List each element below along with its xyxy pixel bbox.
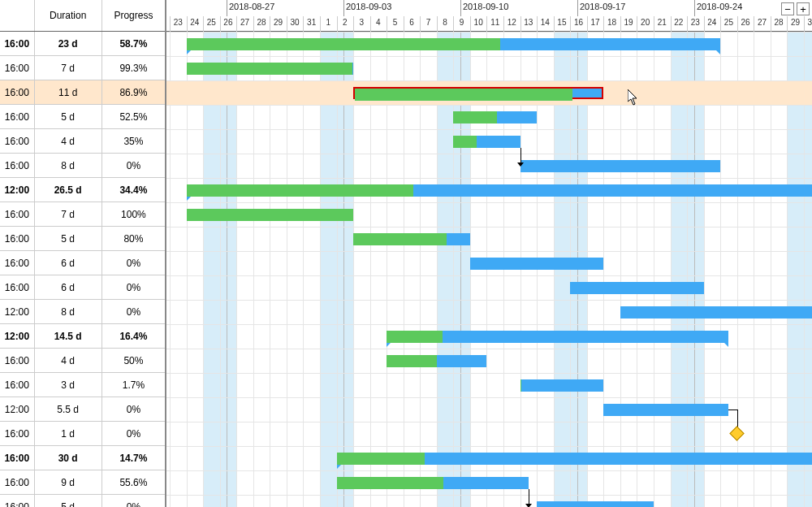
timescale-day-label: 28 <box>253 18 270 27</box>
cell-time: 12:00 <box>0 324 35 348</box>
col-header-progress[interactable]: Progress <box>102 0 165 31</box>
zoom-out-button[interactable]: − <box>781 2 794 15</box>
gantt-task-bar[interactable] <box>537 501 654 507</box>
table-row[interactable]: 16:009 d55.6% <box>0 470 165 495</box>
timescale-day-label: 30 <box>804 18 812 27</box>
col-header-time[interactable] <box>0 0 35 31</box>
gantt-task-bar[interactable] <box>353 233 470 245</box>
gantt-progress <box>187 209 354 221</box>
table-row[interactable]: 16:0011 d86.9% <box>0 80 165 105</box>
timescale-day-label: 7 <box>421 18 437 27</box>
timeline-header[interactable]: 2018-08-272018-09-032018-09-102018-09-17… <box>166 0 812 32</box>
timescale-day-label: 13 <box>520 18 537 27</box>
table-row[interactable]: 12:0014.5 d16.4% <box>0 324 165 349</box>
cell-duration: 8 d <box>35 154 102 177</box>
grid-panel[interactable]: Duration Progress 16:0023 d58.7%16:007 d… <box>0 0 166 507</box>
col-header-duration[interactable]: Duration <box>35 0 102 31</box>
gantt-milestone[interactable] <box>729 426 744 440</box>
cell-progress: 80% <box>102 227 165 250</box>
timescale-day-label: 22 <box>671 18 687 27</box>
gantt-task-bar[interactable] <box>570 282 703 294</box>
timescale-day-label: 19 <box>620 18 637 27</box>
grid-header: Duration Progress <box>0 0 165 32</box>
gantt-task-bar[interactable] <box>603 404 728 416</box>
cell-progress: 16.4% <box>102 324 165 348</box>
gantt-summary-bar[interactable] <box>187 184 812 197</box>
timescale-day-label: 29 <box>270 18 287 27</box>
timescale-day-label: 3 <box>353 18 369 27</box>
cell-progress: 34.4% <box>102 178 165 202</box>
table-row[interactable]: 16:006 d0% <box>0 275 165 300</box>
gantt-task-bar[interactable] <box>470 258 603 270</box>
table-row[interactable]: 16:007 d99.3% <box>0 56 165 80</box>
cell-time: 16:00 <box>0 227 35 250</box>
gantt-panel[interactable]: 2018-08-272018-09-032018-09-102018-09-17… <box>166 0 812 507</box>
gantt-summary-bar[interactable] <box>337 453 813 465</box>
timescale-day-label: 24 <box>704 18 720 27</box>
cell-time: 16:00 <box>0 373 35 396</box>
table-row[interactable]: 16:0023 d58.7% <box>0 32 165 56</box>
cell-progress: 86.9% <box>102 80 165 104</box>
cell-duration: 7 d <box>35 56 102 80</box>
gantt-task-bar[interactable] <box>187 209 354 221</box>
table-row[interactable]: 16:006 d0% <box>0 251 165 275</box>
cell-time: 12:00 <box>0 178 35 202</box>
table-row[interactable]: 16:005 d80% <box>0 227 165 251</box>
table-row[interactable]: 16:007 d100% <box>0 202 165 227</box>
gantt-task-bar[interactable] <box>453 136 520 148</box>
table-row[interactable]: 16:003 d1.7% <box>0 373 165 397</box>
gantt-progress <box>337 453 425 465</box>
gantt-task-bar[interactable] <box>620 306 812 318</box>
timescale-day-label: 25 <box>203 18 219 27</box>
timescale-day-label: 11 <box>487 18 503 27</box>
cell-progress: 35% <box>102 129 165 153</box>
cell-progress: 0% <box>102 275 165 299</box>
cell-time: 16:00 <box>0 422 35 445</box>
table-row[interactable]: 12:005.5 d0% <box>0 397 165 422</box>
timescale-day-label: 4 <box>370 18 387 27</box>
timescale-week-label: 2018-09-03 <box>346 2 391 11</box>
gantt-chart[interactable] <box>166 32 812 507</box>
zoom-in-button[interactable]: + <box>797 2 810 15</box>
table-row[interactable]: 16:005 d0% <box>0 495 165 507</box>
table-row[interactable]: 16:0030 d14.7% <box>0 446 165 470</box>
timescale-day-label: 8 <box>437 18 453 27</box>
gantt-task-bar[interactable] <box>337 477 529 489</box>
cell-duration: 8 d <box>35 300 102 323</box>
gantt-progress <box>187 38 500 50</box>
table-row[interactable]: 16:001 d0% <box>0 422 165 446</box>
cell-progress: 58.7% <box>102 32 165 55</box>
cell-progress: 52.5% <box>102 105 165 128</box>
gantt-task-bar[interactable] <box>520 160 721 172</box>
table-row[interactable]: 12:0026.5 d34.4% <box>0 178 165 202</box>
gantt-task-bar[interactable] <box>353 87 603 99</box>
cell-duration: 5 d <box>35 105 102 128</box>
gantt-progress <box>387 355 437 367</box>
timescale-day-label: 17 <box>587 18 603 27</box>
cell-progress: 0% <box>102 154 165 177</box>
table-row[interactable]: 16:008 d0% <box>0 154 165 178</box>
gantt-task-bar[interactable] <box>453 111 537 124</box>
cell-duration: 3 d <box>35 373 102 396</box>
cell-time: 16:00 <box>0 105 35 128</box>
timescale-day-label: 31 <box>304 18 320 27</box>
gantt-summary-bar[interactable] <box>387 331 728 343</box>
table-row[interactable]: 16:005 d52.5% <box>0 105 165 129</box>
cell-time: 16:00 <box>0 349 35 372</box>
table-row[interactable]: 16:004 d50% <box>0 349 165 373</box>
gantt-summary-bar[interactable] <box>187 38 721 50</box>
gantt-progress <box>453 111 497 124</box>
cell-duration: 23 d <box>35 32 102 55</box>
timescale-week-label: 2018-09-24 <box>697 2 742 11</box>
gantt-progress <box>187 63 352 75</box>
cell-duration: 5 d <box>35 495 102 507</box>
cell-duration: 1 d <box>35 422 102 445</box>
gantt-progress <box>337 477 443 489</box>
gantt-task-bar[interactable] <box>387 355 486 367</box>
gantt-task-bar[interactable] <box>520 379 604 392</box>
cell-duration: 7 d <box>35 202 102 226</box>
cell-progress: 100% <box>102 202 165 226</box>
table-row[interactable]: 16:004 d35% <box>0 129 165 154</box>
table-row[interactable]: 12:008 d0% <box>0 300 165 324</box>
gantt-task-bar[interactable] <box>187 63 354 75</box>
